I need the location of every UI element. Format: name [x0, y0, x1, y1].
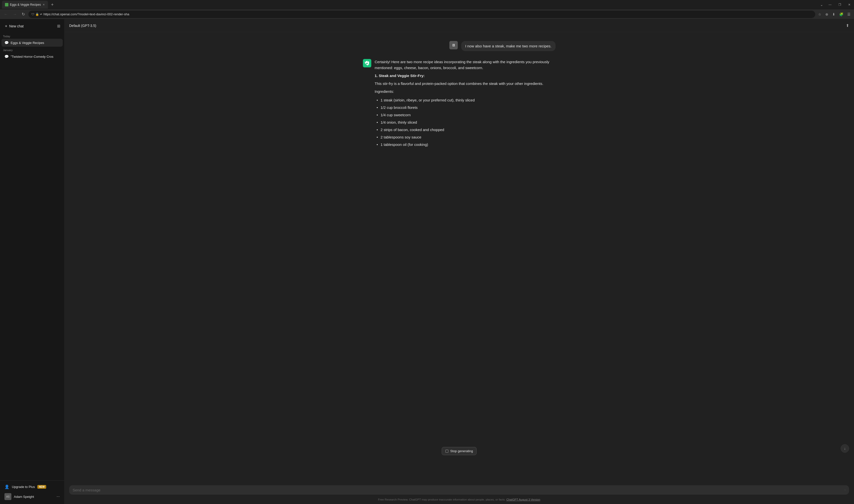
forward-button[interactable]: →: [11, 11, 18, 18]
user-avatar: AS: [4, 493, 11, 500]
sidebar-item-label: Eggs & Veggie Recipes: [11, 41, 60, 45]
chat-icon-2: 💬: [4, 55, 8, 58]
ingredients-list: 1 steak (sirloin, ribeye, or your prefer…: [375, 96, 556, 148]
send-button[interactable]: ·: [844, 488, 846, 492]
ingredient-item-6: 1 tablespoon oil (for cooking): [377, 141, 556, 148]
ingredient-item-5: 2 tablespoons soy sauce: [377, 133, 556, 141]
scroll-down-icon: ↓: [844, 447, 846, 450]
download-icon[interactable]: ⬇: [831, 12, 836, 17]
window-controls: — ❐ ✕: [827, 2, 852, 7]
tab-close-button[interactable]: ×: [42, 2, 45, 7]
assistant-intro: Certainly! Here are two more recipe idea…: [375, 59, 556, 71]
grid-icon: ⊞: [57, 24, 60, 28]
minimize-button[interactable]: —: [827, 2, 833, 7]
chat-header: Default (GPT-3.5) ⬆: [64, 19, 854, 32]
stop-icon: [446, 450, 448, 453]
january-label: January: [0, 47, 64, 53]
sidebar-bottom: 👤 Upgrade to Plus NEW AS Adam Speight ··…: [0, 480, 64, 504]
person-icon: 👤: [4, 485, 10, 489]
chat-header-title: Default (GPT-3.5): [69, 24, 97, 28]
new-chat-button[interactable]: + New chat: [2, 22, 53, 30]
sidebar-item-horror-comedy[interactable]: 💬 "Twisted Horror-Comedy Cros: [1, 53, 63, 60]
new-tab-button[interactable]: +: [49, 1, 56, 8]
active-tab[interactable]: Eggs & Veggie Recipes ×: [2, 1, 48, 8]
recipe1-desc: This stir-fry is a flavorful and protein…: [375, 81, 556, 87]
scroll-to-bottom-button[interactable]: ↓: [841, 444, 849, 453]
ingredient-item-3: 1/4 onion, thinly sliced: [377, 119, 556, 126]
extensions-icon[interactable]: 🧩: [838, 12, 844, 17]
sidebar-item-eggs-veggie[interactable]: 💬 Eggs & Veggie Recipes ✏ 🗑: [1, 39, 63, 47]
user-more-button[interactable]: ···: [56, 494, 60, 499]
nav-right-buttons: ☆ ⊕ ⬇ 🧩 ☰: [817, 12, 852, 17]
new-chat-label: New chat: [9, 24, 23, 28]
chat-input[interactable]: [73, 488, 842, 492]
assistant-message-content: Certainly! Here are two more recipe idea…: [375, 59, 556, 148]
close-button[interactable]: ✕: [847, 2, 852, 7]
footer-link[interactable]: ChatGPT August 3 Version: [506, 498, 540, 501]
footer-text: Free Research Preview. ChatGPT may produ…: [378, 498, 505, 501]
ai-message-avatar: [363, 59, 371, 67]
ingredient-item-0: 1 steak (sirloin, ribeye, or your prefer…: [377, 96, 556, 104]
new-badge: NEW: [37, 485, 46, 489]
chat-icon: 💬: [4, 41, 8, 45]
avatar-placeholder: 🖼: [452, 44, 455, 47]
pocket-icon[interactable]: ⊕: [824, 12, 829, 17]
sidebar-item-label-2: "Twisted Horror-Comedy Cros: [11, 55, 60, 58]
recipe1-title: 1. Steak and Veggie Stir-Fry:: [375, 74, 425, 78]
restore-button[interactable]: ❐: [837, 2, 843, 7]
share-icon: ⬆: [846, 23, 849, 28]
send-icon: ·: [844, 488, 846, 492]
arrow-icon: ⇄: [40, 13, 42, 16]
chat-input-container: ·: [69, 485, 849, 494]
chat-messages: 🖼 I now also have a steak, make me two m…: [64, 32, 854, 482]
browser-chrome: Eggs & Veggie Recipes × + ⌄ — ❐ ✕ ← → ↻ …: [0, 0, 854, 19]
shield-icon: 🛡: [31, 13, 34, 16]
tab-favicon: [5, 3, 8, 6]
chat-footer: Free Research Preview. ChatGPT may produ…: [64, 497, 854, 504]
sidebar: + New chat ⊞ Today 💬 Eggs & Veggie Recip…: [0, 19, 64, 504]
sidebar-toggle-button[interactable]: ⊞: [55, 22, 62, 30]
ingredients-label: Ingredients:: [375, 89, 556, 94]
menu-icon[interactable]: ☰: [846, 12, 852, 17]
upgrade-label: Upgrade to Plus: [12, 485, 35, 489]
ingredient-item-1: 1/2 cup broccoli florets: [377, 104, 556, 111]
ingredient-item-2: 1/4 cup sweetcorn: [377, 111, 556, 119]
sidebar-header: + New chat ⊞: [0, 19, 64, 33]
user-message: 🖼 I now also have a steak, make me two m…: [353, 37, 565, 55]
user-profile[interactable]: AS Adam Speight ···: [2, 491, 62, 502]
assistant-message: Certainly! Here are two more recipe idea…: [353, 55, 565, 152]
url-input[interactable]: [43, 12, 812, 16]
ingredient-item-4: 2 strips of bacon, cooked and chopped: [377, 126, 556, 133]
today-label: Today: [0, 33, 64, 39]
lock-icon: 🔒: [35, 13, 39, 16]
refresh-button[interactable]: ↻: [20, 11, 27, 18]
user-message-text: I now also have a steak, make me two mor…: [465, 44, 552, 48]
stop-generating-label: Stop generating: [450, 449, 473, 453]
upgrade-to-plus-button[interactable]: 👤 Upgrade to Plus NEW: [2, 483, 62, 491]
tab-title: Eggs & Veggie Recipes: [10, 3, 41, 6]
user-name: Adam Speight: [14, 495, 54, 499]
chat-input-area: ·: [64, 482, 854, 497]
share-button[interactable]: ⬆: [846, 23, 849, 28]
user-message-bubble: I now also have a steak, make me two mor…: [461, 41, 555, 51]
tab-dropdown-button[interactable]: ⌄: [819, 2, 824, 8]
main-content: Default (GPT-3.5) ⬆ 🖼 I now also have a …: [64, 19, 854, 504]
navigation-bar: ← → ↻ 🛡 🔒 ⇄ ☆ ⊕ ⬇ 🧩 ☰: [0, 10, 854, 19]
security-icons: 🛡 🔒 ⇄: [31, 13, 42, 16]
openai-logo-icon: [365, 61, 369, 66]
bookmark-icon[interactable]: ☆: [817, 12, 822, 17]
address-bar-container[interactable]: 🛡 🔒 ⇄: [29, 11, 815, 18]
back-button[interactable]: ←: [2, 11, 10, 18]
tab-bar: Eggs & Veggie Recipes × + ⌄ — ❐ ✕: [0, 0, 854, 10]
messages-container: 🖼 I now also have a steak, make me two m…: [64, 32, 854, 482]
stop-generating-button[interactable]: Stop generating: [442, 447, 477, 455]
plus-icon: +: [5, 24, 7, 29]
user-message-avatar: 🖼: [449, 41, 458, 49]
avatar-initials: AS: [6, 496, 10, 498]
app-container: + New chat ⊞ Today 💬 Eggs & Veggie Recip…: [0, 19, 854, 504]
